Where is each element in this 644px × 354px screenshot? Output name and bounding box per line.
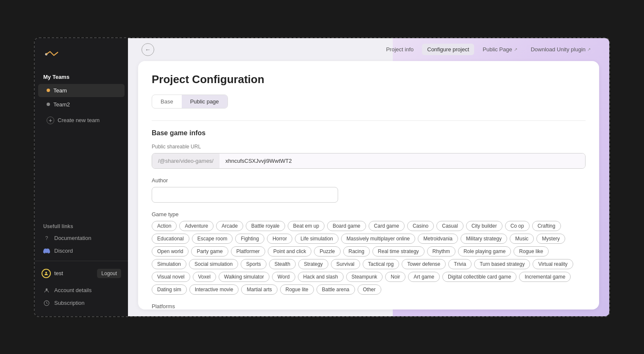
user-info: test bbox=[42, 269, 63, 278]
tag-item[interactable]: Puzzle bbox=[314, 246, 340, 256]
tag-item[interactable]: Life simulation bbox=[295, 234, 339, 244]
nav-public-page[interactable]: Public Page ↗ bbox=[477, 44, 522, 55]
tag-item[interactable]: Digital collectible card game bbox=[442, 272, 516, 282]
tag-item[interactable]: Crafting bbox=[532, 221, 561, 231]
tag-item[interactable]: Racing bbox=[343, 246, 370, 256]
tag-item[interactable]: Battle royale bbox=[246, 221, 285, 231]
tag-item[interactable]: Beat em up bbox=[288, 221, 325, 231]
sidebar: My Teams Team Team2 + Create new team Us… bbox=[35, 38, 128, 316]
platforms-section: Platforms bbox=[152, 303, 586, 309]
team1-dot bbox=[47, 89, 50, 92]
tag-item[interactable]: City builder bbox=[466, 221, 502, 231]
tag-item[interactable]: Other bbox=[358, 284, 381, 295]
tag-item[interactable]: Incremental game bbox=[519, 272, 571, 282]
user-avatar bbox=[42, 269, 51, 278]
url-input[interactable] bbox=[219, 153, 585, 168]
top-nav: ← Project info Configure project Public … bbox=[128, 38, 609, 61]
tag-item[interactable]: Metroidvania bbox=[418, 234, 458, 244]
tag-item[interactable]: Real time strategy bbox=[372, 246, 425, 256]
tag-item[interactable]: Social simulation bbox=[189, 259, 238, 269]
tag-item[interactable]: Word bbox=[272, 272, 295, 282]
tag-item[interactable]: Noir bbox=[385, 272, 405, 282]
external-link-icon-1: ↗ bbox=[514, 47, 517, 52]
tag-item[interactable]: Rhythm bbox=[427, 246, 455, 256]
tab-base[interactable]: Base bbox=[152, 95, 182, 108]
tag-item[interactable]: Tactical rpg bbox=[363, 259, 400, 269]
tag-item[interactable]: Tower defense bbox=[402, 259, 446, 269]
account-details-link[interactable]: Account details bbox=[35, 284, 128, 297]
logout-button[interactable]: Logout bbox=[97, 269, 121, 278]
user-name: test bbox=[54, 270, 63, 276]
nav-project-info[interactable]: Project info bbox=[381, 44, 419, 55]
tag-item[interactable]: Platformer bbox=[231, 246, 265, 256]
tag-item[interactable]: Visual novel bbox=[152, 272, 190, 282]
create-team-label: Create new team bbox=[58, 117, 100, 123]
tag-item[interactable]: Massively multiplayer online bbox=[341, 234, 415, 244]
nav-public-page-label: Public Page bbox=[483, 46, 512, 53]
nav-configure-project[interactable]: Configure project bbox=[422, 44, 474, 55]
author-input[interactable] bbox=[152, 187, 338, 203]
external-link-icon-2: ↗ bbox=[587, 47, 591, 52]
question-icon: ? bbox=[43, 235, 50, 242]
tag-item[interactable]: Educational bbox=[152, 234, 189, 244]
tag-item[interactable]: Strategy bbox=[298, 259, 328, 269]
tag-item[interactable]: Virtual reality bbox=[533, 259, 573, 269]
url-row: /@share/video-games/ bbox=[152, 153, 586, 169]
tag-item[interactable]: Adventure bbox=[179, 221, 214, 231]
nav-download-unity[interactable]: Download Unity plugin ↗ bbox=[526, 44, 596, 55]
tag-item[interactable]: Rogue lite bbox=[280, 284, 314, 295]
tag-item[interactable]: Interactive movie bbox=[189, 284, 239, 295]
tag-item[interactable]: Role playing game bbox=[458, 246, 511, 256]
tag-item[interactable]: Point and click bbox=[268, 246, 311, 256]
tab-public-page[interactable]: Public page bbox=[182, 95, 228, 108]
tag-item[interactable]: Board game bbox=[327, 221, 366, 231]
nav-download-unity-label: Download Unity plugin bbox=[531, 46, 586, 53]
tag-item[interactable]: Sports bbox=[241, 259, 266, 269]
tag-item[interactable]: Stealth bbox=[269, 259, 296, 269]
discord-icon bbox=[43, 248, 50, 254]
tag-item[interactable]: Steampunk bbox=[346, 272, 383, 282]
section-divider bbox=[152, 120, 586, 121]
tag-item[interactable]: Battle arena bbox=[316, 284, 355, 295]
tag-item[interactable]: Martial arts bbox=[241, 284, 277, 295]
back-icon: ← bbox=[145, 46, 151, 53]
tag-item[interactable]: Music bbox=[510, 234, 534, 244]
tag-item[interactable]: Voxel bbox=[193, 272, 216, 282]
tag-item[interactable]: Casual bbox=[436, 221, 463, 231]
tag-item[interactable]: Co op bbox=[505, 221, 530, 231]
page-title: Project Configuration bbox=[152, 73, 586, 86]
game-type-label: Game type bbox=[152, 211, 586, 217]
tag-item[interactable]: Action bbox=[152, 221, 177, 231]
tag-item[interactable]: Trivia bbox=[448, 259, 472, 269]
tag-item[interactable]: Arcade bbox=[216, 221, 243, 231]
user-row: test Logout bbox=[35, 265, 128, 282]
tag-item[interactable]: Turn based strategy bbox=[474, 259, 530, 269]
documentation-link[interactable]: ? Documentation bbox=[35, 232, 128, 245]
sidebar-item-team1[interactable]: Team bbox=[38, 84, 125, 97]
tag-item[interactable]: Mystery bbox=[536, 234, 565, 244]
base-game-infos-title: Base game infos bbox=[152, 129, 586, 137]
tag-item[interactable]: Survival bbox=[331, 259, 360, 269]
discord-link[interactable]: Discord bbox=[35, 245, 128, 257]
sidebar-item-team2[interactable]: Team2 bbox=[38, 98, 125, 111]
team2-label: Team2 bbox=[53, 101, 70, 108]
tag-item[interactable]: Hack and slash bbox=[298, 272, 344, 282]
tag-item[interactable]: Fighting bbox=[235, 234, 264, 244]
tag-item[interactable]: Walking simulator bbox=[219, 272, 269, 282]
back-button[interactable]: ← bbox=[142, 43, 154, 56]
tag-item[interactable]: Rogue like bbox=[514, 246, 549, 256]
tag-item[interactable]: Card game bbox=[369, 221, 405, 231]
tag-item[interactable]: Simulation bbox=[152, 259, 186, 269]
tag-item[interactable]: Casino bbox=[407, 221, 434, 231]
tag-item[interactable]: Escape room bbox=[192, 234, 233, 244]
tag-item[interactable]: Dating sim bbox=[152, 284, 187, 295]
tag-item[interactable]: Art game bbox=[408, 272, 440, 282]
subscription-link[interactable]: Subscription bbox=[35, 297, 128, 309]
team2-dot bbox=[47, 103, 50, 106]
subscription-icon bbox=[43, 300, 50, 307]
create-team-button[interactable]: + Create new team bbox=[38, 113, 125, 128]
tag-item[interactable]: Horror bbox=[267, 234, 292, 244]
tag-item[interactable]: Military strategy bbox=[461, 234, 507, 244]
tag-item[interactable]: Party game bbox=[191, 246, 228, 256]
tag-item[interactable]: Open world bbox=[152, 246, 189, 256]
